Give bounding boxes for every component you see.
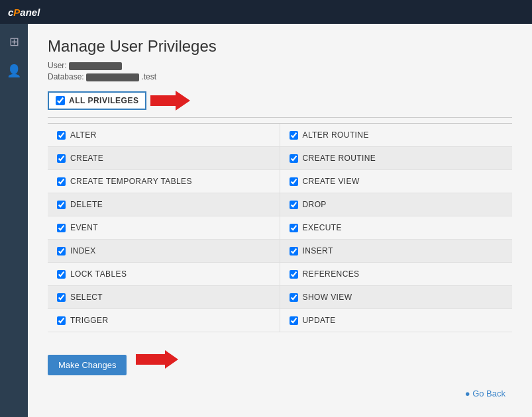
- priv-checkbox[interactable]: [57, 316, 66, 325]
- priv-checkbox[interactable]: [290, 131, 298, 140]
- apps-grid-icon[interactable]: ⊞: [5, 30, 23, 53]
- make-changes-button[interactable]: Make Changes: [48, 355, 127, 375]
- database-label: Database:: [48, 72, 84, 81]
- priv-cell: LOCK TABLES: [48, 263, 280, 286]
- priv-cell: DROP: [280, 193, 513, 216]
- priv-cell: DELETE: [48, 193, 280, 216]
- priv-label: EVENT: [70, 223, 98, 232]
- priv-cell: ALTER: [48, 124, 280, 147]
- priv-checkbox[interactable]: [290, 293, 298, 302]
- all-privileges-arrow: [150, 91, 190, 111]
- priv-label: CREATE ROUTINE: [303, 154, 376, 163]
- database-suffix: .test: [141, 72, 156, 81]
- user-row: User:: [48, 61, 512, 70]
- database-row: Database: .test: [48, 72, 512, 81]
- priv-checkbox[interactable]: [57, 154, 66, 163]
- make-changes-arrow: [136, 350, 178, 369]
- priv-checkbox[interactable]: [290, 224, 298, 232]
- priv-cell: CREATE VIEW: [280, 170, 513, 193]
- priv-cell: TRIGGER: [48, 309, 280, 332]
- user-label: User:: [48, 61, 67, 70]
- main-content: Manage User Privileges User: Database: .…: [28, 24, 532, 417]
- user-value: [69, 62, 122, 70]
- priv-checkbox[interactable]: [290, 177, 298, 186]
- go-back-section: Go Back: [48, 389, 512, 398]
- all-privileges-label[interactable]: ALL PRIVILEGES: [69, 96, 138, 105]
- priv-cell: REFERENCES: [280, 263, 513, 286]
- arrow-body: [136, 354, 165, 365]
- priv-label: UPDATE: [303, 316, 336, 325]
- priv-cell: CREATE TEMPORARY TABLES: [48, 170, 280, 193]
- priv-label: DROP: [303, 200, 327, 209]
- arrow-head: [165, 350, 178, 369]
- priv-label: ALTER ROUTINE: [303, 130, 369, 140]
- all-privileges-checkbox[interactable]: [56, 96, 65, 105]
- topbar: cPanel: [0, 0, 532, 24]
- priv-checkbox[interactable]: [57, 224, 66, 232]
- priv-label: CREATE: [70, 154, 103, 163]
- priv-label: REFERENCES: [303, 269, 360, 279]
- priv-checkbox[interactable]: [290, 247, 298, 255]
- priv-cell: INDEX: [48, 240, 280, 263]
- priv-label: ALTER: [70, 130, 97, 140]
- priv-cell: SELECT: [48, 286, 280, 309]
- sidebar: ⊞ 👤: [0, 24, 28, 417]
- priv-checkbox[interactable]: [57, 247, 66, 255]
- priv-label: TRIGGER: [70, 316, 108, 325]
- priv-label: CREATE VIEW: [303, 177, 360, 186]
- priv-label: LOCK TABLES: [70, 269, 127, 279]
- button-section: Make Changes: [48, 343, 512, 375]
- divider: [48, 117, 512, 118]
- priv-checkbox[interactable]: [290, 154, 298, 163]
- priv-label: INSERT: [303, 246, 333, 255]
- layout: ⊞ 👤 Manage User Privileges User: Databas…: [0, 24, 532, 417]
- priv-cell: INSERT: [280, 240, 513, 263]
- priv-label: SHOW VIEW: [303, 293, 352, 302]
- priv-checkbox[interactable]: [290, 201, 298, 209]
- priv-checkbox[interactable]: [57, 131, 66, 140]
- privileges-grid: ALTERALTER ROUTINECREATECREATE ROUTINECR…: [48, 123, 512, 332]
- priv-label: CREATE TEMPORARY TABLES: [70, 177, 192, 186]
- page-title: Manage User Privileges: [48, 37, 512, 56]
- priv-checkbox[interactable]: [290, 316, 298, 325]
- priv-cell: SHOW VIEW: [280, 286, 513, 309]
- priv-cell: EVENT: [48, 216, 280, 240]
- priv-label: DELETE: [70, 200, 103, 209]
- all-privileges-section: ALL PRIVILEGES: [48, 91, 512, 111]
- priv-cell: UPDATE: [280, 309, 513, 332]
- priv-cell: CREATE: [48, 147, 280, 170]
- priv-checkbox[interactable]: [290, 270, 298, 279]
- priv-checkbox[interactable]: [57, 201, 66, 209]
- database-value: [86, 73, 139, 81]
- user-icon[interactable]: 👤: [3, 60, 25, 82]
- priv-checkbox[interactable]: [57, 177, 66, 186]
- priv-cell: CREATE ROUTINE: [280, 147, 513, 170]
- priv-label: INDEX: [70, 246, 96, 255]
- priv-checkbox[interactable]: [57, 270, 66, 279]
- priv-label: SELECT: [70, 293, 103, 302]
- priv-cell: ALTER ROUTINE: [280, 124, 513, 147]
- cpanel-logo: cPanel: [8, 7, 40, 18]
- go-back-link[interactable]: Go Back: [465, 389, 505, 398]
- priv-checkbox[interactable]: [57, 293, 66, 302]
- all-privileges-box[interactable]: ALL PRIVILEGES: [48, 91, 146, 110]
- priv-label: EXECUTE: [303, 223, 342, 232]
- priv-cell: EXECUTE: [280, 216, 513, 240]
